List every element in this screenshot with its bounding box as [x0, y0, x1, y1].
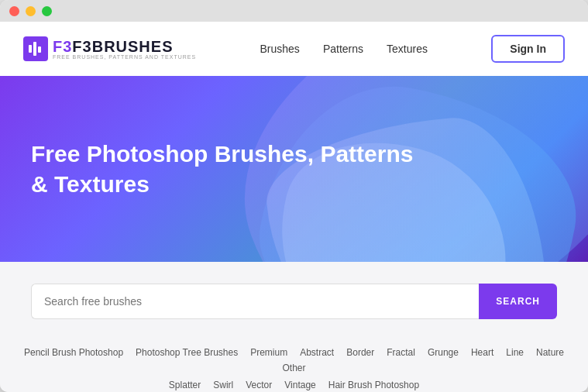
logo-brand: F3BRUSHES [72, 38, 173, 55]
nav-textures[interactable]: Textures [387, 43, 428, 55]
category-hair-brush[interactable]: Hair Brush Photoshop [328, 380, 419, 390]
categories-section: Pencil Brush Photoshop Photoshop Tree Br… [0, 335, 588, 392]
site-header: F3F3BRUSHES FREE BRUSHES, PATTERNS AND T… [0, 22, 588, 76]
logo-subtitle: FREE BRUSHES, PATTERNS AND TEXTURES [53, 54, 196, 60]
category-tree-brushes[interactable]: Photoshop Tree Brushes [136, 347, 238, 358]
category-other[interactable]: Other [282, 363, 305, 373]
title-bar [0, 0, 588, 22]
category-vintage[interactable]: Vintage [284, 380, 315, 390]
category-row-1: Pencil Brush Photoshop Photoshop Tree Br… [23, 347, 565, 373]
category-grunge[interactable]: Grunge [428, 347, 459, 358]
category-row-2: Splatter Swirl Vector Vintage Hair Brush… [23, 380, 565, 390]
logo-icon [23, 36, 48, 61]
search-input[interactable] [31, 284, 479, 319]
category-heart[interactable]: Heart [471, 347, 493, 358]
svg-rect-0 [29, 45, 32, 53]
category-vector[interactable]: Vector [246, 380, 272, 390]
category-nature[interactable]: Nature [536, 347, 564, 358]
hero-title: Free Photoshop Brushes, Patterns & Textu… [31, 139, 418, 199]
maximize-button[interactable] [42, 6, 52, 16]
search-bar: SEARCH [31, 284, 557, 319]
main-nav: Brushes Patterns Textures [260, 43, 428, 55]
search-button[interactable]: SEARCH [479, 284, 557, 319]
logo-area: F3F3BRUSHES FREE BRUSHES, PATTERNS AND T… [23, 36, 196, 61]
search-section: SEARCH [0, 262, 588, 335]
logo-text: F3F3BRUSHES FREE BRUSHES, PATTERNS AND T… [53, 39, 196, 60]
category-border[interactable]: Border [346, 347, 374, 358]
category-pencil-brush[interactable]: Pencil Brush Photoshop [24, 347, 123, 358]
nav-patterns[interactable]: Patterns [323, 43, 363, 55]
category-abstract[interactable]: Abstract [300, 347, 334, 358]
logo-main-text: F3F3BRUSHES [53, 39, 196, 54]
category-splatter[interactable]: Splatter [169, 380, 201, 390]
svg-rect-2 [38, 46, 41, 53]
category-swirl[interactable]: Swirl [213, 380, 233, 390]
category-premium[interactable]: Premium [250, 347, 287, 358]
browser-window: F3F3BRUSHES FREE BRUSHES, PATTERNS AND T… [0, 0, 588, 392]
category-line[interactable]: Line [506, 347, 524, 358]
hero-section: Free Photoshop Brushes, Patterns & Textu… [0, 76, 588, 262]
logo-highlight: F3 [53, 38, 72, 55]
signin-button[interactable]: Sign In [491, 35, 565, 63]
close-button[interactable] [9, 6, 19, 16]
category-fractal[interactable]: Fractal [387, 347, 415, 358]
minimize-button[interactable] [26, 6, 36, 16]
svg-rect-1 [33, 42, 36, 56]
nav-brushes[interactable]: Brushes [260, 43, 300, 55]
browser-content: F3F3BRUSHES FREE BRUSHES, PATTERNS AND T… [0, 22, 588, 392]
